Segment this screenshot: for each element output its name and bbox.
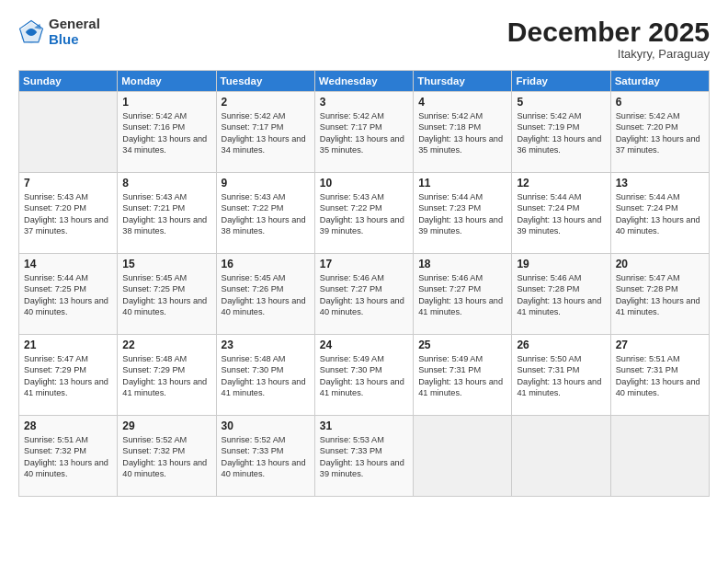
calendar-cell: 22Sunrise: 5:48 AMSunset: 7:29 PMDayligh… [118, 335, 216, 416]
month-title: December 2025 [507, 17, 710, 47]
cell-info: Sunrise: 5:52 AMSunset: 7:33 PMDaylight:… [222, 434, 311, 480]
day-number: 13 [616, 177, 705, 190]
day-number: 24 [320, 339, 409, 351]
cell-info: Sunrise: 5:49 AMSunset: 7:30 PMDaylight:… [320, 353, 409, 399]
cell-info: Sunrise: 5:46 AMSunset: 7:27 PMDaylight:… [418, 272, 507, 318]
day-number: 29 [122, 419, 211, 432]
calendar-cell [610, 416, 709, 497]
week-row-1: 1Sunrise: 5:42 AMSunset: 7:16 PMDaylight… [19, 92, 710, 173]
cell-info: Sunrise: 5:43 AMSunset: 7:22 PMDaylight:… [222, 191, 311, 237]
calendar-cell: 19Sunrise: 5:46 AMSunset: 7:28 PMDayligh… [512, 254, 610, 335]
day-number: 6 [616, 96, 705, 109]
day-number: 21 [24, 339, 113, 351]
calendar-cell: 6Sunrise: 5:42 AMSunset: 7:20 PMDaylight… [610, 92, 709, 173]
cell-info: Sunrise: 5:48 AMSunset: 7:29 PMDaylight:… [122, 353, 211, 399]
calendar-cell: 21Sunrise: 5:47 AMSunset: 7:29 PMDayligh… [19, 335, 118, 416]
calendar-cell: 29Sunrise: 5:52 AMSunset: 7:32 PMDayligh… [118, 416, 216, 497]
calendar-cell [512, 416, 610, 497]
day-number: 30 [222, 419, 311, 432]
calendar-cell: 3Sunrise: 5:42 AMSunset: 7:17 PMDaylight… [314, 92, 413, 173]
header-day-thursday: Thursday [414, 71, 512, 92]
cell-info: Sunrise: 5:48 AMSunset: 7:30 PMDaylight:… [222, 353, 311, 399]
day-number: 22 [122, 339, 211, 351]
header-day-monday: Monday [118, 71, 216, 92]
calendar-cell: 15Sunrise: 5:45 AMSunset: 7:25 PMDayligh… [118, 254, 216, 335]
day-number: 10 [320, 177, 409, 190]
day-number: 15 [122, 258, 211, 270]
week-row-2: 7Sunrise: 5:43 AMSunset: 7:20 PMDaylight… [19, 173, 710, 254]
logo-blue: Blue [49, 32, 100, 48]
day-number: 9 [222, 177, 311, 190]
day-number: 27 [616, 339, 705, 351]
calendar-cell [19, 92, 118, 173]
day-number: 8 [122, 177, 211, 190]
cell-info: Sunrise: 5:46 AMSunset: 7:27 PMDaylight:… [320, 272, 409, 318]
header: General Blue December 2025 Itakyry, Para… [18, 17, 710, 61]
cell-info: Sunrise: 5:51 AMSunset: 7:31 PMDaylight:… [616, 353, 705, 399]
header-day-friday: Friday [512, 71, 610, 92]
location: Itakyry, Paraguay [507, 47, 710, 61]
cell-info: Sunrise: 5:44 AMSunset: 7:23 PMDaylight:… [418, 191, 507, 237]
day-number: 1 [122, 96, 211, 109]
calendar-cell: 24Sunrise: 5:49 AMSunset: 7:30 PMDayligh… [314, 335, 413, 416]
cell-info: Sunrise: 5:44 AMSunset: 7:24 PMDaylight:… [616, 191, 705, 237]
calendar-cell [414, 416, 512, 497]
cell-info: Sunrise: 5:43 AMSunset: 7:22 PMDaylight:… [320, 191, 409, 237]
calendar-cell: 1Sunrise: 5:42 AMSunset: 7:16 PMDaylight… [118, 92, 216, 173]
cell-info: Sunrise: 5:42 AMSunset: 7:18 PMDaylight:… [418, 110, 507, 156]
day-number: 25 [418, 339, 507, 351]
cell-info: Sunrise: 5:42 AMSunset: 7:17 PMDaylight:… [320, 110, 409, 156]
cell-info: Sunrise: 5:45 AMSunset: 7:26 PMDaylight:… [222, 272, 311, 318]
cell-info: Sunrise: 5:43 AMSunset: 7:20 PMDaylight:… [24, 191, 113, 237]
header-day-saturday: Saturday [610, 71, 709, 92]
header-day-wednesday: Wednesday [314, 71, 413, 92]
logo-icon [18, 19, 44, 45]
calendar-cell: 26Sunrise: 5:50 AMSunset: 7:31 PMDayligh… [512, 335, 610, 416]
logo-text: General Blue [49, 17, 100, 47]
calendar-cell: 10Sunrise: 5:43 AMSunset: 7:22 PMDayligh… [314, 173, 413, 254]
cell-info: Sunrise: 5:42 AMSunset: 7:20 PMDaylight:… [616, 110, 705, 156]
day-number: 16 [222, 258, 311, 270]
cell-info: Sunrise: 5:47 AMSunset: 7:28 PMDaylight:… [616, 272, 705, 318]
cell-info: Sunrise: 5:53 AMSunset: 7:33 PMDaylight:… [320, 434, 409, 480]
day-number: 14 [24, 258, 113, 270]
calendar-cell: 5Sunrise: 5:42 AMSunset: 7:19 PMDaylight… [512, 92, 610, 173]
calendar-body: 1Sunrise: 5:42 AMSunset: 7:16 PMDaylight… [19, 92, 710, 497]
cell-info: Sunrise: 5:44 AMSunset: 7:25 PMDaylight:… [24, 272, 113, 318]
calendar-cell: 14Sunrise: 5:44 AMSunset: 7:25 PMDayligh… [19, 254, 118, 335]
calendar-cell: 4Sunrise: 5:42 AMSunset: 7:18 PMDaylight… [414, 92, 512, 173]
day-number: 3 [320, 96, 409, 109]
week-row-3: 14Sunrise: 5:44 AMSunset: 7:25 PMDayligh… [19, 254, 710, 335]
calendar-cell: 17Sunrise: 5:46 AMSunset: 7:27 PMDayligh… [314, 254, 413, 335]
cell-info: Sunrise: 5:43 AMSunset: 7:21 PMDaylight:… [122, 191, 211, 237]
day-number: 31 [320, 419, 409, 432]
calendar-cell: 30Sunrise: 5:52 AMSunset: 7:33 PMDayligh… [216, 416, 314, 497]
calendar-header: SundayMondayTuesdayWednesdayThursdayFrid… [19, 71, 710, 92]
calendar-cell: 18Sunrise: 5:46 AMSunset: 7:27 PMDayligh… [414, 254, 512, 335]
cell-info: Sunrise: 5:47 AMSunset: 7:29 PMDaylight:… [24, 353, 113, 399]
cell-info: Sunrise: 5:45 AMSunset: 7:25 PMDaylight:… [122, 272, 211, 318]
cell-info: Sunrise: 5:52 AMSunset: 7:32 PMDaylight:… [122, 434, 211, 480]
day-number: 19 [517, 258, 606, 270]
day-number: 5 [517, 96, 606, 109]
header-day-tuesday: Tuesday [216, 71, 314, 92]
day-number: 2 [222, 96, 311, 109]
cell-info: Sunrise: 5:49 AMSunset: 7:31 PMDaylight:… [418, 353, 507, 399]
calendar-cell: 27Sunrise: 5:51 AMSunset: 7:31 PMDayligh… [610, 335, 709, 416]
day-number: 7 [24, 177, 113, 190]
calendar-table: SundayMondayTuesdayWednesdayThursdayFrid… [18, 70, 710, 497]
calendar-cell: 28Sunrise: 5:51 AMSunset: 7:32 PMDayligh… [19, 416, 118, 497]
cell-info: Sunrise: 5:50 AMSunset: 7:31 PMDaylight:… [517, 353, 606, 399]
calendar-cell: 7Sunrise: 5:43 AMSunset: 7:20 PMDaylight… [19, 173, 118, 254]
day-number: 18 [418, 258, 507, 270]
cell-info: Sunrise: 5:42 AMSunset: 7:16 PMDaylight:… [122, 110, 211, 156]
cell-info: Sunrise: 5:42 AMSunset: 7:17 PMDaylight:… [222, 110, 311, 156]
calendar-cell: 9Sunrise: 5:43 AMSunset: 7:22 PMDaylight… [216, 173, 314, 254]
cell-info: Sunrise: 5:44 AMSunset: 7:24 PMDaylight:… [517, 191, 606, 237]
title-block: December 2025 Itakyry, Paraguay [507, 17, 710, 61]
header-row: SundayMondayTuesdayWednesdayThursdayFrid… [19, 71, 710, 92]
calendar-cell: 13Sunrise: 5:44 AMSunset: 7:24 PMDayligh… [610, 173, 709, 254]
week-row-5: 28Sunrise: 5:51 AMSunset: 7:32 PMDayligh… [19, 416, 710, 497]
day-number: 23 [222, 339, 311, 351]
calendar-cell: 12Sunrise: 5:44 AMSunset: 7:24 PMDayligh… [512, 173, 610, 254]
